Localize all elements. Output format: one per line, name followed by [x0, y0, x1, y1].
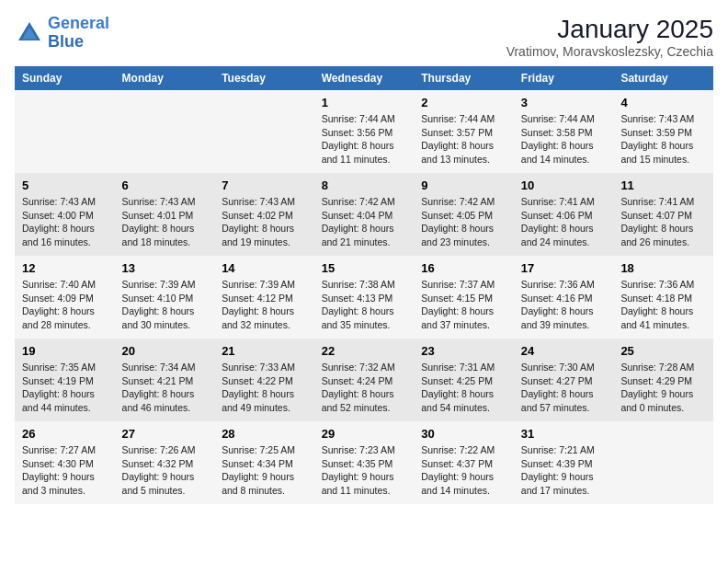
day-info: Sunrise: 7:31 AM Sunset: 4:25 PM Dayligh…: [421, 361, 506, 415]
day-number: 18: [620, 261, 706, 275]
calendar-cell: 20Sunrise: 7:34 AM Sunset: 4:21 PM Dayli…: [115, 339, 215, 421]
calendar-cell: 18Sunrise: 7:36 AM Sunset: 4:18 PM Dayli…: [613, 256, 713, 339]
calendar-cell: 15Sunrise: 7:38 AM Sunset: 4:13 PM Dayli…: [314, 256, 415, 339]
day-info: Sunrise: 7:43 AM Sunset: 4:01 PM Dayligh…: [122, 195, 208, 249]
day-number: 6: [122, 178, 208, 192]
day-info: Sunrise: 7:37 AM Sunset: 4:15 PM Dayligh…: [421, 278, 506, 332]
day-info: Sunrise: 7:44 AM Sunset: 3:56 PM Dayligh…: [322, 112, 407, 167]
calendar-cell: 8Sunrise: 7:42 AM Sunset: 4:04 PM Daylig…: [314, 173, 415, 256]
day-number: 2: [421, 96, 506, 109]
calendar-cell: 13Sunrise: 7:39 AM Sunset: 4:10 PM Dayli…: [115, 256, 215, 339]
day-info: Sunrise: 7:44 AM Sunset: 3:57 PM Dayligh…: [421, 112, 506, 167]
logo-text: General Blue: [48, 15, 109, 52]
calendar-cell: 19Sunrise: 7:35 AM Sunset: 4:19 PM Dayli…: [15, 339, 115, 421]
day-info: Sunrise: 7:40 AM Sunset: 4:09 PM Dayligh…: [22, 278, 108, 332]
calendar-cell: 5Sunrise: 7:43 AM Sunset: 4:00 PM Daylig…: [15, 173, 115, 256]
day-info: Sunrise: 7:21 AM Sunset: 4:39 PM Dayligh…: [521, 443, 607, 498]
day-info: Sunrise: 7:36 AM Sunset: 4:16 PM Dayligh…: [521, 278, 607, 332]
day-info: Sunrise: 7:41 AM Sunset: 4:07 PM Dayligh…: [620, 195, 706, 249]
day-info: Sunrise: 7:27 AM Sunset: 4:30 PM Dayligh…: [22, 443, 108, 498]
day-info: Sunrise: 7:43 AM Sunset: 4:02 PM Dayligh…: [222, 195, 307, 249]
calendar-cell: 2Sunrise: 7:44 AM Sunset: 3:57 PM Daylig…: [414, 90, 514, 173]
day-info: Sunrise: 7:42 AM Sunset: 4:05 PM Dayligh…: [421, 195, 506, 249]
day-number: 29: [322, 427, 407, 441]
day-number: 16: [421, 261, 506, 275]
day-number: 4: [620, 96, 706, 109]
day-number: 22: [322, 344, 407, 358]
calendar-cell: 10Sunrise: 7:41 AM Sunset: 4:06 PM Dayli…: [514, 173, 614, 256]
calendar-cell: 27Sunrise: 7:26 AM Sunset: 4:32 PM Dayli…: [115, 421, 215, 504]
day-number: 12: [22, 261, 108, 275]
weekday-header: Friday: [514, 66, 614, 90]
day-number: 24: [521, 344, 607, 358]
calendar-subtitle: Vratimov, Moravskoslezsky, Czechia: [506, 44, 713, 59]
day-info: Sunrise: 7:23 AM Sunset: 4:35 PM Dayligh…: [322, 443, 407, 498]
calendar-cell: 28Sunrise: 7:25 AM Sunset: 4:34 PM Dayli…: [214, 421, 314, 504]
calendar-table: SundayMondayTuesdayWednesdayThursdayFrid…: [15, 66, 713, 504]
calendar-cell: 9Sunrise: 7:42 AM Sunset: 4:05 PM Daylig…: [414, 173, 514, 256]
calendar-cell: 4Sunrise: 7:43 AM Sunset: 3:59 PM Daylig…: [613, 90, 713, 173]
day-number: 20: [122, 344, 208, 358]
calendar-cell: 6Sunrise: 7:43 AM Sunset: 4:01 PM Daylig…: [115, 173, 215, 256]
calendar-cell: 24Sunrise: 7:30 AM Sunset: 4:27 PM Dayli…: [514, 339, 614, 421]
day-number: 11: [620, 178, 706, 192]
day-number: 31: [521, 427, 607, 441]
day-info: Sunrise: 7:22 AM Sunset: 4:37 PM Dayligh…: [421, 443, 506, 498]
day-number: 9: [421, 178, 506, 192]
calendar-cell: 30Sunrise: 7:22 AM Sunset: 4:37 PM Dayli…: [414, 421, 514, 504]
day-number: 27: [122, 427, 208, 441]
calendar-week-row: 19Sunrise: 7:35 AM Sunset: 4:19 PM Dayli…: [15, 339, 713, 421]
day-number: 15: [322, 261, 407, 275]
calendar-cell: 21Sunrise: 7:33 AM Sunset: 4:22 PM Dayli…: [214, 339, 314, 421]
day-info: Sunrise: 7:32 AM Sunset: 4:24 PM Dayligh…: [322, 361, 407, 415]
day-info: Sunrise: 7:43 AM Sunset: 3:59 PM Dayligh…: [620, 112, 706, 167]
calendar-week-row: 5Sunrise: 7:43 AM Sunset: 4:00 PM Daylig…: [15, 173, 713, 256]
calendar-cell: [214, 90, 314, 173]
logo-line1: General: [48, 14, 109, 32]
day-number: 28: [222, 427, 307, 441]
calendar-cell: [613, 421, 713, 504]
day-info: Sunrise: 7:34 AM Sunset: 4:21 PM Dayligh…: [122, 361, 208, 415]
calendar-cell: 25Sunrise: 7:28 AM Sunset: 4:29 PM Dayli…: [613, 339, 713, 421]
day-info: Sunrise: 7:33 AM Sunset: 4:22 PM Dayligh…: [222, 361, 307, 415]
day-info: Sunrise: 7:25 AM Sunset: 4:34 PM Dayligh…: [222, 443, 307, 498]
day-info: Sunrise: 7:44 AM Sunset: 3:58 PM Dayligh…: [521, 112, 607, 167]
calendar-cell: 7Sunrise: 7:43 AM Sunset: 4:02 PM Daylig…: [214, 173, 314, 256]
calendar-cell: 26Sunrise: 7:27 AM Sunset: 4:30 PM Dayli…: [15, 421, 115, 504]
page-header: General Blue January 2025 Vratimov, Mora…: [15, 15, 713, 59]
calendar-cell: 23Sunrise: 7:31 AM Sunset: 4:25 PM Dayli…: [414, 339, 514, 421]
day-number: 13: [122, 261, 208, 275]
day-number: 14: [222, 261, 307, 275]
day-info: Sunrise: 7:35 AM Sunset: 4:19 PM Dayligh…: [22, 361, 108, 415]
day-info: Sunrise: 7:39 AM Sunset: 4:12 PM Dayligh…: [222, 278, 307, 332]
day-info: Sunrise: 7:41 AM Sunset: 4:06 PM Dayligh…: [521, 195, 607, 249]
calendar-cell: 11Sunrise: 7:41 AM Sunset: 4:07 PM Dayli…: [613, 173, 713, 256]
weekday-header: Saturday: [613, 66, 713, 90]
day-info: Sunrise: 7:26 AM Sunset: 4:32 PM Dayligh…: [122, 443, 208, 498]
day-number: 5: [22, 178, 108, 192]
day-number: 21: [222, 344, 307, 358]
calendar-cell: 17Sunrise: 7:36 AM Sunset: 4:16 PM Dayli…: [514, 256, 614, 339]
day-info: Sunrise: 7:42 AM Sunset: 4:04 PM Dayligh…: [322, 195, 407, 249]
weekday-header: Thursday: [414, 66, 514, 90]
calendar-cell: 31Sunrise: 7:21 AM Sunset: 4:39 PM Dayli…: [514, 421, 614, 504]
day-number: 1: [322, 96, 407, 109]
calendar-cell: 1Sunrise: 7:44 AM Sunset: 3:56 PM Daylig…: [314, 90, 415, 173]
calendar-cell: 3Sunrise: 7:44 AM Sunset: 3:58 PM Daylig…: [514, 90, 614, 173]
day-info: Sunrise: 7:28 AM Sunset: 4:29 PM Dayligh…: [620, 361, 706, 415]
calendar-week-row: 12Sunrise: 7:40 AM Sunset: 4:09 PM Dayli…: [15, 256, 713, 339]
weekday-header: Monday: [115, 66, 215, 90]
calendar-cell: [15, 90, 115, 173]
day-info: Sunrise: 7:38 AM Sunset: 4:13 PM Dayligh…: [322, 278, 407, 332]
day-number: 30: [421, 427, 506, 441]
calendar-title: January 2025: [506, 15, 713, 44]
day-info: Sunrise: 7:30 AM Sunset: 4:27 PM Dayligh…: [521, 361, 607, 415]
calendar-week-row: 26Sunrise: 7:27 AM Sunset: 4:30 PM Dayli…: [15, 421, 713, 504]
day-number: 7: [222, 178, 307, 192]
title-block: January 2025 Vratimov, Moravskoslezsky, …: [506, 15, 713, 59]
logo: General Blue: [15, 15, 109, 52]
day-number: 17: [521, 261, 607, 275]
calendar-cell: 14Sunrise: 7:39 AM Sunset: 4:12 PM Dayli…: [214, 256, 314, 339]
day-number: 26: [22, 427, 108, 441]
day-number: 3: [521, 96, 607, 109]
